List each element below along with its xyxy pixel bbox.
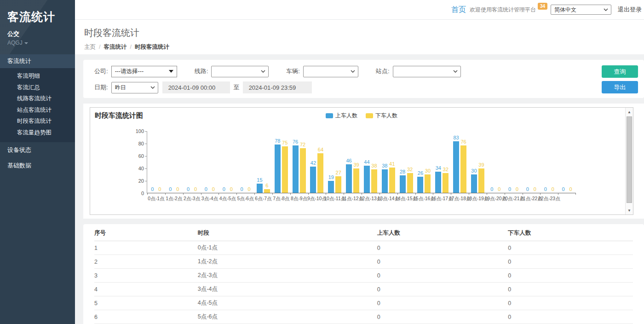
x-axis-label: 22点-23点 (538, 196, 560, 202)
table-cell: 0 (508, 310, 633, 324)
sidebar-subitem[interactable]: 客流汇总 (0, 82, 75, 93)
bar-group: 443812点-13点 (362, 131, 380, 193)
vehicle-label: 车辆: (286, 67, 300, 75)
bar-group: 343216点-17点 (433, 131, 451, 193)
line-select[interactable] (211, 66, 269, 77)
vehicle-select[interactable] (303, 66, 358, 77)
query-button[interactable]: 查询 (602, 65, 638, 78)
x-axis-tick (308, 193, 309, 195)
x-axis-tick (344, 193, 344, 195)
bar-boarding (346, 164, 352, 193)
table-cell: 0点-1点 (198, 241, 377, 255)
table-row: 54点-5点00 (94, 296, 633, 310)
table-cell: 1 (94, 241, 198, 255)
user-name: AQGJ (7, 40, 23, 46)
bar-group: 303918点-19点 (469, 131, 487, 193)
breadcrumb-item[interactable]: 主页 (84, 44, 96, 50)
y-axis-tick (145, 181, 147, 181)
logout-link[interactable]: 退出登录 (618, 6, 642, 14)
bar-boarding (275, 145, 281, 193)
bar-group: 283214点-15点 (397, 131, 415, 193)
chart-plot: 000点-1点001点-2点002点-3点003点-4点004点-5点005点-… (147, 131, 575, 193)
y-axis-tick (145, 131, 147, 132)
bar-group: 003点-4点 (201, 131, 219, 193)
breadcrumb-item: 时段客流统计 (135, 44, 169, 50)
date-from-input[interactable]: 2024-01-09 00:00 (162, 81, 230, 93)
bar-alighting (425, 174, 431, 193)
x-axis-tick (505, 193, 505, 195)
legend-item[interactable]: 下车人数 (366, 112, 397, 120)
sidebar-subitem[interactable]: 站点客流统计 (0, 104, 75, 116)
x-axis-label: 0点-1点 (148, 196, 164, 202)
y-axis-label: 60 (129, 153, 144, 159)
date-to-input[interactable]: 2024-01-09 23:59 (243, 81, 312, 93)
scrollbar-thumb[interactable] (627, 116, 632, 203)
bar-group: 0020点-21点 (505, 131, 523, 193)
y-axis-tick (145, 156, 147, 156)
x-axis-label: 5点-6点 (237, 196, 253, 202)
legend-swatch (366, 113, 373, 118)
bar-boarding (417, 177, 423, 193)
table-row: 21点-2点00 (94, 255, 633, 269)
station-label: 站点: (376, 67, 390, 75)
sidebar-subitem[interactable]: 客流明细 (0, 70, 75, 82)
sidebar-header: 客流统计 公交 AQGJ (0, 0, 75, 54)
table-cell: 0 (508, 296, 633, 310)
table-cell: 3 (94, 269, 198, 283)
bar-boarding (364, 166, 370, 193)
sidebar: 客流统计 公交 AQGJ 客流统计 客流明细客流汇总线路客流统计站点客流统计时段… (0, 0, 75, 324)
sidebar-item-device-status[interactable]: 设备状态 (0, 142, 75, 158)
table-cell: 0 (508, 241, 633, 255)
user-menu[interactable]: AQGJ (7, 40, 68, 46)
sidebar-subitem[interactable]: 线路客流统计 (0, 93, 75, 104)
legend-item[interactable]: 上车人数 (326, 112, 357, 120)
notification-badge[interactable]: 34 (538, 3, 547, 10)
table-row: 43点-4点00 (94, 283, 633, 296)
chart-scrollbar[interactable]: ▲ ▼ (625, 108, 633, 214)
breadcrumb-separator: / (99, 44, 100, 50)
bar-group: 1566点-7点 (254, 131, 272, 193)
sidebar-item-base-data[interactable]: 基础数据 (0, 158, 75, 174)
scroll-down-arrow-icon[interactable]: ▼ (626, 207, 633, 214)
x-axis-tick (575, 193, 576, 195)
welcome-text: 欢迎使用客流统计管理平台 (470, 6, 536, 14)
table-cell: 0 (508, 283, 633, 296)
bar-boarding (435, 172, 441, 193)
chevron-down-icon (351, 70, 355, 73)
language-select[interactable]: 简体中文 (551, 5, 611, 15)
bar-alighting (478, 168, 484, 193)
x-axis-tick (254, 193, 255, 195)
bar-group: 002点-3点 (183, 131, 201, 193)
table-cell: 6 (94, 310, 198, 324)
bar-alighting (460, 145, 466, 193)
date-label: 日期: (94, 83, 108, 92)
bar-alighting (443, 173, 448, 193)
sidebar-subitem[interactable]: 客流量趋势图 (0, 127, 75, 139)
company-select[interactable]: ---请选择--- (111, 66, 177, 77)
org-name: 公交 (7, 30, 68, 38)
sidebar-subitem[interactable]: 时段客流统计 (0, 116, 75, 127)
chart-section: 时段车流统计图 上车人数下车人数 020406080100 000点-1点001… (83, 104, 644, 219)
export-button[interactable]: 导出 (602, 81, 638, 93)
x-axis-tick (236, 193, 237, 195)
table-header-cell: 时段 (198, 225, 377, 241)
chart-legend: 上车人数下车人数 (322, 112, 402, 120)
sidebar-item-passenger-stats[interactable]: 客流统计 (0, 54, 75, 68)
table-cell: 3点-4点 (198, 283, 377, 296)
x-axis-tick (433, 193, 433, 195)
home-link[interactable]: 首页 (451, 5, 466, 15)
x-axis-label: 1点-2点 (166, 196, 182, 202)
y-axis-label: 100 (129, 128, 144, 134)
station-select[interactable] (393, 66, 461, 77)
date-preset-select[interactable]: 昨日 (111, 82, 158, 93)
table-row: 10点-1点00 (94, 241, 633, 255)
scroll-up-arrow-icon[interactable]: ▲ (626, 108, 633, 116)
language-select-value: 简体中文 (554, 6, 576, 14)
legend-swatch (326, 113, 333, 118)
breadcrumb-item[interactable]: 客流统计 (104, 44, 126, 50)
x-axis-label: 7点-8点 (273, 196, 289, 202)
bar-group: 463911点-12点 (344, 131, 362, 193)
main-area: 首页 欢迎使用客流统计管理平台 34 简体中文 退出登录 时段客流统计 主页/客… (75, 0, 644, 324)
bar-group: 005点-6点 (236, 131, 254, 193)
bar-group: 000点-1点 (147, 131, 165, 193)
